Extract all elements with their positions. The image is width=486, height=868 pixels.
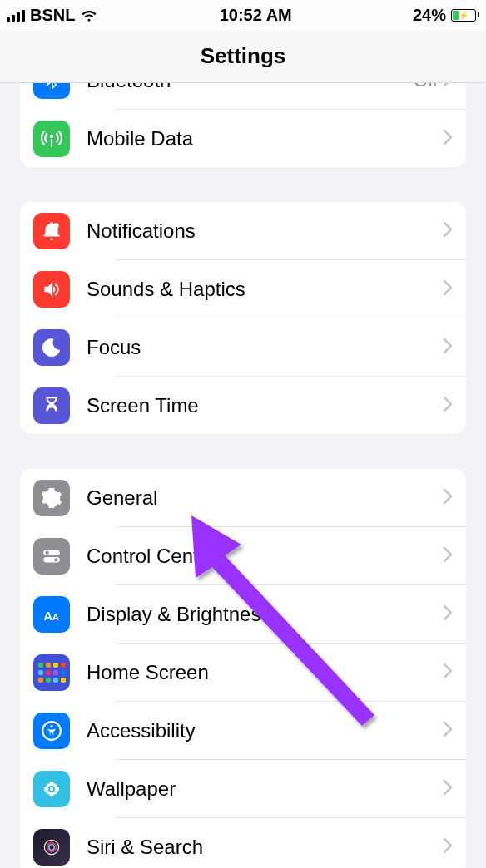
settings-list[interactable]: Bluetooth Off Mobile Data Notifications bbox=[0, 83, 486, 868]
homegrid-icon bbox=[33, 654, 70, 691]
aa-icon: AA bbox=[33, 596, 70, 633]
row-siri-search[interactable]: Siri & Search bbox=[20, 818, 466, 868]
antenna-icon bbox=[33, 121, 70, 157]
svg-point-4 bbox=[54, 558, 57, 561]
svg-point-11 bbox=[49, 792, 53, 796]
moon-icon bbox=[33, 329, 70, 366]
chevron-right-icon bbox=[443, 221, 453, 241]
clock: 10:52 AM bbox=[220, 6, 292, 25]
svg-point-10 bbox=[49, 781, 53, 785]
row-focus[interactable]: Focus bbox=[20, 318, 466, 376]
svg-point-17 bbox=[53, 791, 57, 794]
signal-icon bbox=[7, 8, 25, 22]
bell-icon bbox=[33, 213, 70, 249]
siri-icon bbox=[33, 829, 70, 866]
status-left: BSNL bbox=[7, 6, 98, 25]
svg-point-12 bbox=[44, 787, 48, 791]
row-accessibility-label: Accessibility bbox=[87, 719, 443, 742]
carrier-label: BSNL bbox=[30, 6, 75, 25]
accessibility-icon bbox=[33, 713, 70, 749]
bluetooth-icon bbox=[33, 83, 70, 99]
page-title: Settings bbox=[0, 30, 486, 83]
row-home-screen-label: Home Screen bbox=[87, 661, 443, 684]
row-sounds-label: Sounds & Haptics bbox=[87, 278, 443, 301]
settings-group-system: General Control Centre AA Display & Brig… bbox=[20, 469, 466, 868]
hourglass-icon bbox=[33, 387, 70, 424]
svg-point-0 bbox=[53, 223, 59, 229]
row-general-label: General bbox=[87, 486, 443, 510]
row-mobile-data-label: Mobile Data bbox=[87, 127, 443, 150]
chevron-right-icon bbox=[443, 396, 453, 416]
svg-point-13 bbox=[55, 787, 59, 791]
row-home-screen[interactable]: Home Screen bbox=[20, 644, 466, 701]
row-wallpaper[interactable]: Wallpaper bbox=[20, 760, 466, 817]
battery-percent: 24% bbox=[413, 6, 446, 25]
row-wallpaper-label: Wallpaper bbox=[87, 777, 443, 801]
flower-icon bbox=[33, 771, 70, 807]
chevron-right-icon bbox=[443, 663, 453, 683]
chevron-right-icon bbox=[443, 129, 453, 149]
svg-point-9 bbox=[50, 787, 53, 790]
row-display-label: Display & Brightness bbox=[87, 603, 443, 626]
row-control-centre[interactable]: Control Centre bbox=[20, 527, 466, 584]
row-bluetooth-detail: Off bbox=[414, 83, 438, 91]
svg-text:A: A bbox=[43, 608, 52, 622]
row-sounds-haptics[interactable]: Sounds & Haptics bbox=[20, 260, 466, 318]
switches-icon bbox=[33, 538, 70, 575]
row-notifications[interactable]: Notifications bbox=[20, 202, 466, 259]
row-display-brightness[interactable]: AA Display & Brightness bbox=[20, 585, 466, 643]
chevron-right-icon bbox=[443, 546, 453, 566]
speaker-icon bbox=[33, 271, 70, 308]
svg-text:A: A bbox=[52, 611, 59, 621]
row-mobile-data[interactable]: Mobile Data bbox=[20, 110, 466, 167]
settings-group-connectivity: Bluetooth Off Mobile Data bbox=[20, 83, 466, 167]
row-bluetooth-label: Bluetooth bbox=[87, 83, 414, 92]
svg-point-8 bbox=[50, 724, 52, 727]
chevron-right-icon bbox=[443, 488, 453, 508]
status-bar: BSNL 10:52 AM 24% ⚡ bbox=[0, 0, 486, 30]
svg-point-20 bbox=[49, 844, 55, 850]
settings-group-alerts: Notifications Sounds & Haptics Focus Scr… bbox=[20, 202, 466, 434]
row-bluetooth[interactable]: Bluetooth Off bbox=[20, 83, 466, 109]
row-accessibility[interactable]: Accessibility bbox=[20, 702, 466, 759]
svg-point-16 bbox=[47, 791, 50, 794]
svg-point-15 bbox=[53, 783, 57, 787]
svg-point-3 bbox=[45, 550, 48, 554]
row-control-centre-label: Control Centre bbox=[87, 545, 443, 568]
svg-point-14 bbox=[47, 783, 50, 787]
chevron-right-icon bbox=[443, 279, 453, 299]
gear-icon bbox=[33, 480, 70, 516]
chevron-right-icon bbox=[443, 721, 453, 741]
row-screen-time-label: Screen Time bbox=[87, 394, 443, 417]
row-focus-label: Focus bbox=[87, 336, 443, 359]
row-screen-time[interactable]: Screen Time bbox=[20, 377, 466, 434]
status-right: 24% ⚡ bbox=[413, 6, 479, 25]
row-notifications-label: Notifications bbox=[87, 219, 443, 243]
chevron-right-icon bbox=[443, 338, 453, 358]
chevron-right-icon bbox=[443, 779, 453, 799]
chevron-right-icon bbox=[443, 837, 453, 857]
battery-icon: ⚡ bbox=[451, 9, 479, 22]
wifi-icon bbox=[80, 8, 98, 22]
chevron-right-icon bbox=[443, 604, 453, 624]
chevron-right-icon bbox=[443, 83, 453, 91]
row-siri-label: Siri & Search bbox=[87, 836, 443, 859]
row-general[interactable]: General bbox=[20, 469, 466, 526]
